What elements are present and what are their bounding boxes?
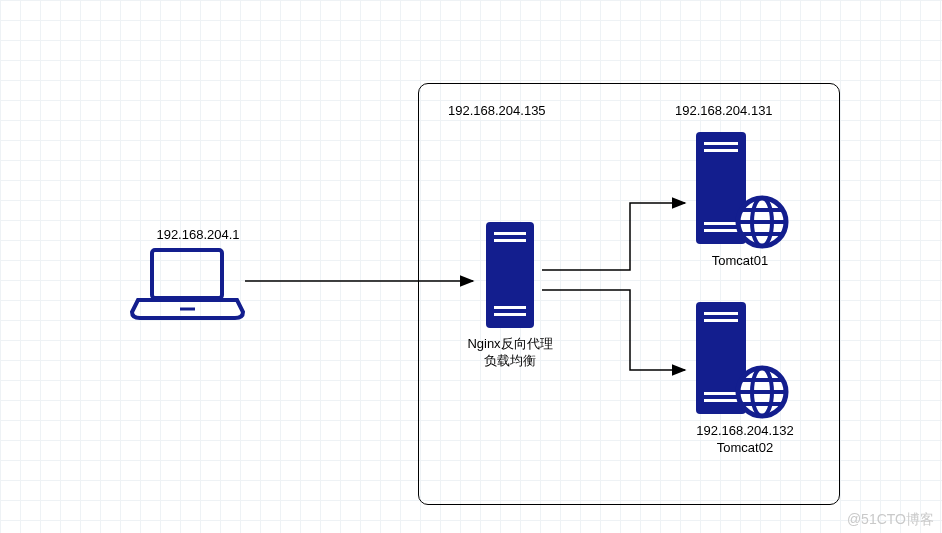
nginx-ip-label: 192.168.204.135 [448,103,578,118]
laptop-icon [130,248,245,322]
svg-rect-8 [704,142,738,145]
svg-rect-9 [704,149,738,152]
svg-rect-0 [152,250,222,298]
svg-rect-5 [494,306,526,309]
svg-rect-2 [486,222,534,328]
svg-rect-4 [494,239,526,242]
tomcat01-webserver-icon [690,130,790,248]
nginx-caption-line2: 负载均衡 [448,352,572,370]
svg-rect-21 [704,399,738,402]
svg-rect-11 [704,229,738,232]
nginx-server-icon [480,220,540,330]
tomcat02-webserver-icon [690,300,790,418]
tomcat02-ip-label: 192.168.204.132 [680,423,810,438]
svg-rect-10 [704,222,738,225]
svg-rect-19 [704,319,738,322]
tomcat02-caption: Tomcat02 [680,440,810,455]
svg-rect-6 [494,313,526,316]
client-ip-label: 192.168.204.1 [138,227,258,242]
nginx-caption-line1: Nginx反向代理 [448,335,572,353]
svg-rect-3 [494,232,526,235]
svg-rect-20 [704,392,738,395]
tomcat01-caption: Tomcat01 [690,253,790,268]
diagram-stage: 192.168.204.1 192.168.204.135 Nginx反向代理 … [0,0,942,533]
arrow-nginx-to-tomcat01 [542,203,685,270]
tomcat01-ip-label: 192.168.204.131 [675,103,805,118]
watermark: @51CTO博客 [847,511,934,529]
svg-rect-18 [704,312,738,315]
